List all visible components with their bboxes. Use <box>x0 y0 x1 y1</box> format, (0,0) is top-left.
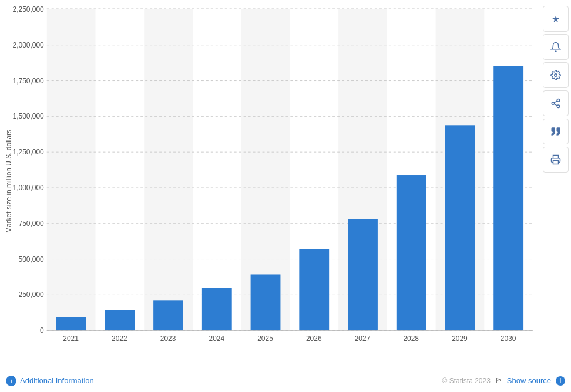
svg-text:0: 0 <box>40 326 44 334</box>
svg-text:2,250,000: 2,250,000 <box>13 5 45 13</box>
bar-chart: 0 250,000 500,000 750,000 1,000,000 1,25… <box>0 0 539 360</box>
svg-text:2023: 2023 <box>160 334 176 343</box>
source-info-icon[interactable]: i <box>556 376 565 386</box>
svg-point-2 <box>552 102 555 105</box>
svg-text:500,000: 500,000 <box>19 255 45 263</box>
svg-text:1,500,000: 1,500,000 <box>13 112 45 120</box>
svg-text:1,750,000: 1,750,000 <box>13 77 45 85</box>
show-source-link[interactable]: Show source <box>507 376 551 385</box>
svg-text:2030: 2030 <box>501 334 516 343</box>
info-icon: i <box>6 376 16 386</box>
flag-icon: 🏳 <box>495 377 502 385</box>
svg-text:2028: 2028 <box>403 334 419 343</box>
chart-container: ★ <box>0 0 571 392</box>
bar-2021 <box>56 317 86 330</box>
bar-2026 <box>299 249 329 331</box>
cite-button[interactable] <box>543 119 569 144</box>
statista-credit: © Statista 2023 <box>442 377 491 385</box>
bar-2029 <box>445 125 475 330</box>
bar-2022 <box>105 310 135 330</box>
svg-text:2021: 2021 <box>63 334 79 343</box>
bar-2028 <box>397 175 426 330</box>
svg-text:2024: 2024 <box>209 334 224 343</box>
additional-info-label: Additional Information <box>20 376 94 385</box>
additional-info-section[interactable]: i Additional Information <box>6 376 94 386</box>
bar-2025 <box>251 274 281 330</box>
settings-button[interactable] <box>543 62 569 88</box>
bar-2027 <box>348 219 378 330</box>
svg-rect-7 <box>47 9 96 330</box>
svg-point-3 <box>557 105 560 108</box>
svg-text:Market size in million U.S. do: Market size in million U.S. dollars <box>5 130 13 233</box>
chart-area: 0 250,000 500,000 750,000 1,000,000 1,25… <box>0 0 539 360</box>
footer-right: © Statista 2023 🏳 Show source i <box>442 376 565 386</box>
svg-text:1,000,000: 1,000,000 <box>13 184 45 192</box>
svg-text:2029: 2029 <box>452 334 468 343</box>
star-button[interactable]: ★ <box>543 6 569 32</box>
svg-text:1,250,000: 1,250,000 <box>13 148 45 156</box>
print-button[interactable] <box>543 147 569 173</box>
svg-text:2026: 2026 <box>306 334 322 343</box>
svg-line-5 <box>554 101 557 103</box>
notification-button[interactable] <box>543 34 569 60</box>
svg-text:750,000: 750,000 <box>19 219 45 228</box>
bar-2030 <box>493 66 523 331</box>
share-button[interactable] <box>543 90 569 116</box>
footer: i Additional Information © Statista 2023… <box>0 369 571 392</box>
svg-text:2022: 2022 <box>112 334 127 343</box>
svg-text:2027: 2027 <box>355 334 371 343</box>
svg-point-0 <box>555 74 557 77</box>
svg-line-4 <box>554 104 557 106</box>
svg-text:2025: 2025 <box>257 334 273 343</box>
sidebar-actions: ★ <box>543 6 571 173</box>
bar-2024 <box>202 288 232 330</box>
svg-rect-8 <box>144 9 193 330</box>
bar-2023 <box>153 300 183 330</box>
svg-rect-6 <box>553 161 559 164</box>
svg-point-1 <box>557 99 560 102</box>
svg-text:250,000: 250,000 <box>19 290 45 299</box>
svg-text:2,000,000: 2,000,000 <box>13 41 45 49</box>
